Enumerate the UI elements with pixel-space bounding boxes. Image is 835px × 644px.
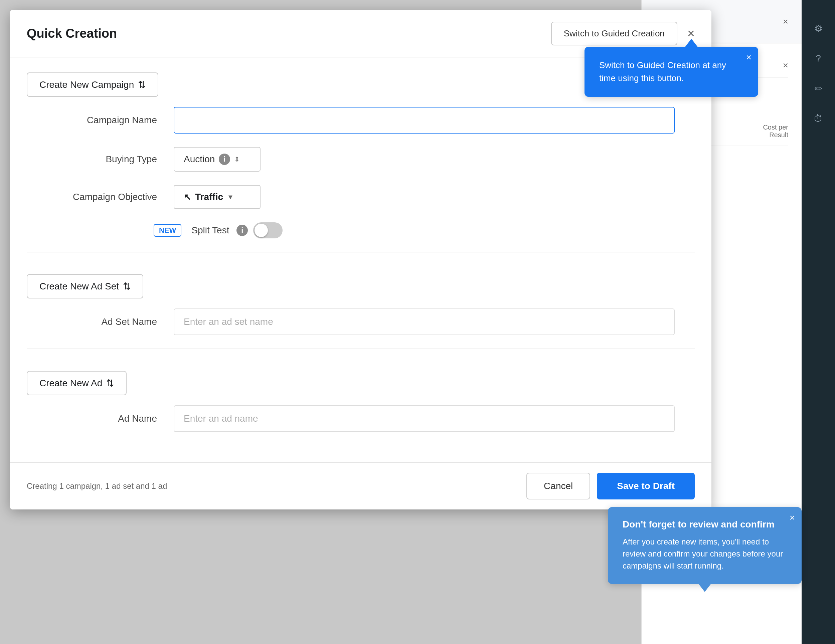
campaign-btn-icon: ⇅ <box>138 79 146 90</box>
create-new-campaign-label: Create New Campaign <box>39 79 134 90</box>
tooltip-review-close-button[interactable]: × <box>790 513 795 523</box>
buying-type-info-icon[interactable]: i <box>219 154 230 165</box>
buying-type-value: Auction <box>184 154 215 165</box>
switch-guided-button[interactable]: Switch to Guided Creation <box>551 22 677 45</box>
campaign-name-control <box>174 107 675 133</box>
help-icon[interactable]: ? <box>810 50 827 67</box>
tooltip-review-body: After you create new items, you'll need … <box>622 536 787 572</box>
tooltip-review-confirm: × Don't forget to review and confirm Aft… <box>608 507 802 584</box>
campaign-name-row: Campaign Name <box>27 107 695 133</box>
dialog-body: Create New Campaign ⇅ Campaign Name Buyi… <box>10 57 712 462</box>
create-new-ad-button[interactable]: Create New Ad ⇅ <box>27 371 127 395</box>
campaign-name-input[interactable] <box>174 107 675 133</box>
adset-name-label: Ad Set Name <box>47 316 174 327</box>
tooltip-guided-creation: × Switch to Guided Creation at any time … <box>585 47 758 97</box>
gear-icon[interactable]: ⚙ <box>810 20 827 37</box>
cancel-button[interactable]: Cancel <box>526 473 590 500</box>
clock-icon[interactable]: ⏱ <box>810 110 827 127</box>
split-test-row: NEW Split Test i <box>27 222 695 238</box>
split-test-toggle[interactable] <box>253 222 283 238</box>
buying-type-row: Buying Type Auction i ⇕ <box>27 147 695 172</box>
campaign-objective-label: Campaign Objective <box>47 191 174 202</box>
tooltip-guided-close-button[interactable]: × <box>746 52 752 63</box>
adset-name-row: Ad Set Name <box>27 308 695 335</box>
section-divider-2 <box>27 349 695 349</box>
split-test-info-icon[interactable]: i <box>237 225 248 236</box>
objective-cursor-icon: ↖ <box>184 192 191 202</box>
create-new-adset-button[interactable]: Create New Ad Set ⇅ <box>27 274 143 298</box>
tooltip-guided-text: Switch to Guided Creation at any time us… <box>599 60 726 83</box>
create-new-campaign-button[interactable]: Create New Campaign ⇅ <box>27 73 158 97</box>
ad-section-header: Create New Ad ⇅ <box>27 356 695 405</box>
dark-sidebar: ⚙ ? ✏ ⏱ <box>802 0 835 644</box>
campaign-objective-control: ↖ Traffic ▼ <box>174 185 675 209</box>
dialog-title: Quick Creation <box>27 26 117 41</box>
date-close[interactable]: × <box>783 60 788 71</box>
buying-type-chevron: ⇕ <box>234 155 240 163</box>
save-to-draft-button[interactable]: Save to Draft <box>597 473 695 500</box>
buying-type-select[interactable]: Auction i ⇕ <box>174 147 260 172</box>
footer-buttons: Cancel Save to Draft <box>526 473 695 500</box>
campaign-objective-select[interactable]: ↖ Traffic ▼ <box>174 185 260 209</box>
adset-name-input[interactable] <box>174 308 675 335</box>
ad-btn-icon: ⇅ <box>106 378 114 389</box>
tooltip-review-title: Don't forget to review and confirm <box>622 519 787 530</box>
campaign-objective-row: Campaign Objective ↖ Traffic ▼ <box>27 185 695 209</box>
dialog-footer: Creating 1 campaign, 1 ad set and 1 ad C… <box>10 462 712 509</box>
toggle-knob <box>255 224 268 237</box>
panel-close-1[interactable]: × <box>783 16 788 27</box>
ad-name-input[interactable] <box>174 405 675 432</box>
footer-info: Creating 1 campaign, 1 ad set and 1 ad <box>27 482 167 491</box>
campaign-objective-value: Traffic <box>195 191 223 202</box>
campaign-name-label: Campaign Name <box>47 115 174 125</box>
buying-type-label: Buying Type <box>47 154 174 165</box>
create-new-ad-label: Create New Ad <box>39 378 102 389</box>
create-new-adset-label: Create New Ad Set <box>39 281 119 292</box>
dialog-header-right: Switch to Guided Creation × <box>551 22 695 45</box>
objective-chevron: ▼ <box>227 193 234 201</box>
pencil-icon[interactable]: ✏ <box>810 80 827 97</box>
split-test-label: Split Test <box>192 225 229 236</box>
ad-name-row: Ad Name <box>27 405 695 432</box>
new-badge: NEW <box>154 224 181 237</box>
buying-type-control: Auction i ⇕ <box>174 147 675 172</box>
section-divider-1 <box>27 252 695 252</box>
ad-name-label: Ad Name <box>47 413 174 424</box>
adset-name-control <box>174 308 675 335</box>
adset-section-header: Create New Ad Set ⇅ <box>27 259 695 308</box>
ad-name-control <box>174 405 675 432</box>
adset-btn-icon: ⇅ <box>123 281 131 292</box>
